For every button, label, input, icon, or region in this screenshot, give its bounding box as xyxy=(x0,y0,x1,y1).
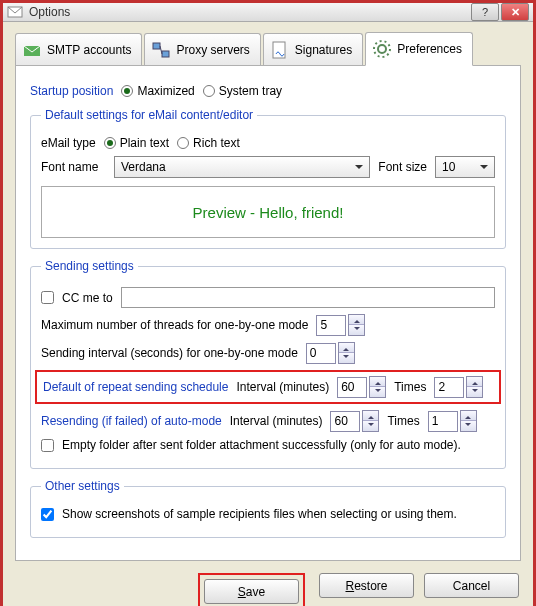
repeat-label: Default of repeat sending schedule xyxy=(43,380,228,394)
editor-legend: Default settings for eMail content/edito… xyxy=(41,108,257,122)
send-interval-label: Sending interval (seconds) for one-by-on… xyxy=(41,346,298,360)
tab-signatures[interactable]: Signatures xyxy=(263,33,363,66)
resend-label: Resending (if failed) of auto-mode xyxy=(41,414,222,428)
startup-label: Startup position xyxy=(30,84,113,98)
svg-point-5 xyxy=(378,45,386,53)
save-button[interactable]: Save xyxy=(204,579,299,604)
tabs: SMTP accounts Proxy servers Signatures P… xyxy=(15,32,521,66)
threads-spin[interactable]: 5 xyxy=(316,314,365,336)
radio-maximized[interactable]: Maximized xyxy=(121,84,194,98)
radio-systray[interactable]: System tray xyxy=(203,84,282,98)
sending-group: Sending settings CC me to Maximum number… xyxy=(30,259,506,469)
tab-smtp[interactable]: SMTP accounts xyxy=(15,33,142,66)
restore-lbl: estore xyxy=(354,579,387,593)
font-name-label: Font name xyxy=(41,160,106,174)
titlebar: Options ? ✕ xyxy=(3,3,533,22)
repeat-highlight: Default of repeat sending schedule Inter… xyxy=(35,370,501,404)
other-legend: Other settings xyxy=(41,479,124,493)
resend-times-label: Times xyxy=(387,414,419,428)
threads-label: Maximum number of threads for one-by-one… xyxy=(41,318,308,332)
show-screens-checkbox[interactable] xyxy=(41,508,54,521)
tab-proxy[interactable]: Proxy servers xyxy=(144,33,260,66)
email-type-label: eMail type xyxy=(41,136,96,150)
sending-legend: Sending settings xyxy=(41,259,138,273)
cancel-button[interactable]: Cancel xyxy=(424,573,519,598)
tab-preferences[interactable]: Preferences xyxy=(365,32,473,66)
gear-icon xyxy=(372,39,392,59)
show-screens-label: Show screenshots of sample recipients fi… xyxy=(62,507,457,521)
close-button[interactable]: ✕ xyxy=(501,3,529,21)
window-title: Options xyxy=(29,5,471,19)
proxy-icon xyxy=(151,40,171,60)
restore-button[interactable]: Restore xyxy=(319,573,414,598)
cc-me-checkbox[interactable] xyxy=(41,291,54,304)
font-name-dropdown[interactable]: Verdana xyxy=(114,156,370,178)
repeat-times-spin[interactable]: 2 xyxy=(434,376,483,398)
empty-folder-label: Empty folder after sent folder attachmen… xyxy=(62,438,461,452)
cc-me-input[interactable] xyxy=(121,287,495,308)
app-icon xyxy=(7,4,23,20)
radio-plain[interactable]: Plain text xyxy=(104,136,169,150)
options-dialog: Options ? ✕ SMTP accounts Proxy servers … xyxy=(0,0,536,606)
font-size-label: Font size xyxy=(378,160,427,174)
resend-interval-spin[interactable]: 60 xyxy=(330,410,379,432)
save-lbl: ave xyxy=(246,585,265,599)
editor-group: Default settings for eMail content/edito… xyxy=(30,108,506,249)
send-interval-spin[interactable]: 0 xyxy=(306,342,355,364)
save-highlight: Save xyxy=(198,573,305,606)
radio-rich[interactable]: Rich text xyxy=(177,136,240,150)
empty-folder-checkbox[interactable] xyxy=(41,439,54,452)
times-label: Times xyxy=(394,380,426,394)
preferences-page: Startup position Maximized System tray D… xyxy=(15,65,521,561)
repeat-interval-spin[interactable]: 60 xyxy=(337,376,386,398)
resend-interval-min-label: Interval (minutes) xyxy=(230,414,323,428)
other-group: Other settings Show screenshots of sampl… xyxy=(30,479,506,538)
font-size-dropdown[interactable]: 10 xyxy=(435,156,495,178)
resend-times-spin[interactable]: 1 xyxy=(428,410,477,432)
preview-box: Preview - Hello, friend! xyxy=(41,186,495,238)
svg-rect-3 xyxy=(162,51,169,57)
signatures-icon xyxy=(270,40,290,60)
svg-point-6 xyxy=(374,41,390,57)
interval-min-label: Interval (minutes) xyxy=(236,380,329,394)
help-button[interactable]: ? xyxy=(471,3,499,21)
svg-rect-2 xyxy=(153,43,160,49)
smtp-icon xyxy=(22,40,42,60)
button-row: Save Restore Cancel xyxy=(3,561,533,606)
cc-me-label: CC me to xyxy=(62,291,113,305)
